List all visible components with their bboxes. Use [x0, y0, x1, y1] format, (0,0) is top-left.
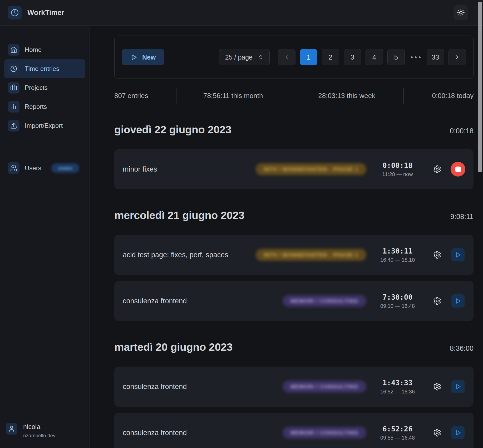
entry-time: 7:38:00 09:10 — 16:48 — [373, 293, 422, 309]
top-bar: WorkTimer — [0, 0, 483, 26]
sidebar-item-label: Projects — [25, 84, 48, 91]
sidebar-item-label: Home — [25, 46, 42, 53]
play-icon — [455, 383, 461, 390]
prev-page-button[interactable] — [278, 49, 295, 65]
time-entry-row: consulenza frontend MEMORI / CONSULTING … — [114, 367, 474, 407]
resume-timer-button[interactable] — [451, 294, 465, 308]
toolbar: New 25 / page 1 2 — [114, 36, 474, 79]
project-badge[interactable]: INTX / BONNEFANTEN - PHASE 1 — [256, 163, 366, 175]
entry-settings-button[interactable] — [432, 250, 442, 260]
theme-toggle-button[interactable] — [454, 5, 468, 20]
scrollbar[interactable] — [478, 2, 482, 172]
user-icon — [6, 423, 17, 435]
page-button-last[interactable]: 33 — [427, 49, 444, 65]
sidebar-item-label: Time entries — [25, 65, 59, 72]
project-badge[interactable]: INTX / BONNEFANTEN - PHASE 1 — [256, 249, 366, 261]
gear-icon — [433, 428, 441, 437]
time-entry-row: consulenza frontend MEMORI / CONSULTING … — [114, 413, 474, 448]
sidebar-item-projects[interactable]: Projects — [4, 78, 85, 97]
profile-name: nicola — [23, 423, 56, 431]
stop-timer-button[interactable] — [451, 162, 465, 177]
main-content: New 25 / page 1 2 — [90, 26, 483, 448]
sidebar-item-import-export[interactable]: Import/Export — [4, 116, 85, 135]
day-total-time: 8:36:00 — [450, 344, 474, 353]
gear-icon — [433, 297, 441, 305]
next-page-button[interactable] — [448, 49, 466, 65]
stat-today: 0:00:18 today — [403, 88, 474, 104]
app-logo — [8, 6, 22, 20]
entry-time: 6:52:26 09:55 — 16:48 — [373, 425, 422, 441]
profile-domain: nzambello.dev — [23, 433, 56, 439]
entry-duration: 0:00:18 — [383, 161, 413, 169]
page-button-4[interactable]: 4 — [366, 49, 383, 65]
chevron-left-icon — [284, 54, 290, 60]
stat-this-month: 78:56:11 this month — [176, 88, 290, 104]
page-size-select[interactable]: 25 / page — [219, 49, 270, 65]
page-button-2[interactable]: 2 — [322, 49, 339, 65]
sidebar-item-home[interactable]: Home — [4, 40, 85, 59]
time-entry-row: minor fixes INTX / BONNEFANTEN - PHASE 1… — [114, 149, 474, 189]
pagination: 25 / page 1 2 3 4 5 — [219, 49, 466, 65]
clock-icon — [8, 63, 19, 75]
clock-icon — [11, 9, 19, 17]
day-total-time: 9:08:11 — [450, 213, 474, 221]
sidebar-item-users[interactable]: Users ADMIN — [4, 159, 85, 178]
entry-duration: 6:52:26 — [383, 425, 413, 433]
entry-time-range: 16:40 — 18:10 — [380, 257, 415, 263]
app-title: WorkTimer — [27, 9, 64, 17]
app-window: WorkTimer Home Time entries — [0, 0, 483, 448]
resume-timer-button[interactable] — [451, 426, 465, 439]
day-title: martedì 20 giugno 2023 — [114, 341, 233, 353]
entry-time: 1:43:33 16:52 — 18:36 — [373, 379, 422, 395]
sidebar-item-label: Import/Export — [25, 122, 63, 129]
day-section-header: mercoledì 21 giugno 2023 9:08:11 — [114, 209, 474, 222]
entry-time-range: 16:52 — 18:36 — [380, 389, 415, 395]
gear-icon — [433, 251, 441, 259]
entry-time: 0:00:18 11:28 — now — [373, 161, 422, 177]
project-badge[interactable]: MEMORI / CONSULTING — [283, 381, 366, 393]
chevron-right-icon — [454, 54, 460, 60]
time-entry-row: acid test page: fixes, perf, spaces INTX… — [114, 235, 474, 275]
resume-timer-button[interactable] — [451, 380, 465, 393]
entry-title: acid test page: fixes, perf, spaces — [123, 251, 256, 259]
play-icon — [455, 251, 461, 258]
bar-chart-icon — [8, 101, 19, 113]
day-title: mercoledì 21 giugno 2023 — [114, 209, 244, 222]
entry-time-range: 09:10 — 16:48 — [380, 303, 415, 309]
entry-time-range: 11:28 — now — [382, 171, 413, 177]
day-section: giovedì 22 giugno 2023 0:00:18 minor fix… — [114, 124, 474, 189]
sidebar-divider — [5, 147, 84, 147]
project-badge[interactable]: MEMORI / CONSULTING — [283, 427, 366, 439]
page-button-5[interactable]: 5 — [387, 49, 405, 65]
page-button-3[interactable]: 3 — [344, 49, 361, 65]
play-icon — [455, 298, 461, 304]
project-badge[interactable]: MEMORI / CONSULTING — [283, 295, 366, 307]
sidebar-item-label: Users — [25, 164, 41, 172]
entry-title: consulenza frontend — [123, 429, 283, 437]
gear-icon — [433, 165, 441, 173]
entry-settings-button[interactable] — [432, 382, 442, 391]
stats-bar: 807 entries 78:56:11 this month 28:03:13… — [114, 88, 474, 104]
entry-settings-button[interactable] — [432, 164, 442, 174]
sidebar: Home Time entries Projects Reports — [0, 26, 90, 448]
page-button-1[interactable]: 1 — [300, 49, 317, 65]
entry-duration: 1:43:33 — [383, 379, 413, 387]
sidebar-item-reports[interactable]: Reports — [4, 97, 85, 116]
entry-settings-button[interactable] — [432, 296, 442, 306]
sidebar-item-time-entries[interactable]: Time entries — [4, 59, 85, 78]
entry-duration: 1:30:11 — [383, 247, 413, 255]
entry-title: consulenza frontend — [123, 383, 283, 391]
home-icon — [8, 44, 19, 56]
day-section-header: martedì 20 giugno 2023 8:36:00 — [114, 341, 474, 353]
resume-timer-button[interactable] — [451, 248, 465, 261]
entry-time-range: 09:55 — 16:48 — [380, 435, 415, 441]
sidebar-item-label: Reports — [25, 103, 47, 110]
day-section-header: giovedì 22 giugno 2023 0:00:18 — [114, 124, 474, 136]
new-entry-button[interactable]: New — [122, 49, 164, 65]
day-section: martedì 20 giugno 2023 8:36:00 consulenz… — [114, 341, 474, 448]
user-profile[interactable]: nicola nzambello.dev — [4, 423, 85, 439]
sun-icon — [457, 9, 465, 17]
entry-settings-button[interactable] — [432, 428, 442, 437]
stop-icon — [455, 167, 461, 172]
play-icon — [455, 429, 461, 436]
